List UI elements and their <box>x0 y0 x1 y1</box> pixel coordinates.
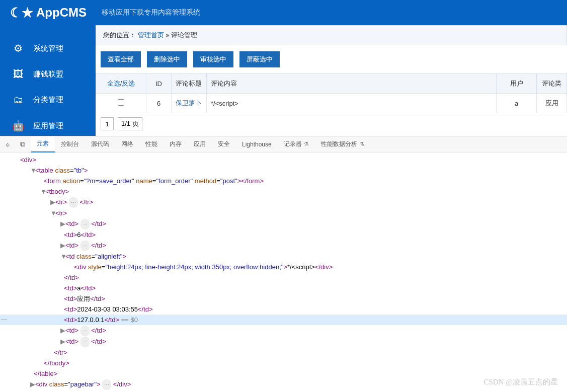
devtools-panel: ⟐ ⧉ 元素 控制台 源代码 网络 性能 内存 应用 安全 Lighthouse… <box>0 136 567 391</box>
select-all-link[interactable]: 全选 <box>107 80 120 87</box>
col-content: 评论内容 <box>207 74 497 94</box>
inspect-icon[interactable]: ⟐ <box>0 140 15 148</box>
breadcrumb-current: 评论管理 <box>171 31 197 39</box>
breadcrumb-sep: » <box>166 31 171 39</box>
table-row: 6 保卫萝卜 */<script> a 应用 <box>96 94 567 113</box>
cell-title-link[interactable]: 保卫萝卜 <box>176 99 202 107</box>
sidebar: ⚙ 系统管理 🖼 赚钱联盟 🗂 分类管理 🤖 应用管理 <box>0 25 96 136</box>
sidebar-item-alliance[interactable]: 🖼 赚钱联盟 <box>0 61 96 87</box>
dom-node[interactable]: <td>2024-03-03 03:03:55</td> <box>0 304 567 315</box>
dom-node[interactable]: ▼<tbody> <box>0 186 567 197</box>
sidebar-item-app[interactable]: 🤖 应用管理 <box>0 113 96 139</box>
tab-lighthouse[interactable]: Lighthouse <box>236 136 278 152</box>
dom-node[interactable]: ▶<td> ⋯ </td> <box>0 325 567 336</box>
tab-elements[interactable]: 元素 <box>31 136 55 152</box>
approve-selected-button[interactable]: 审核选中 <box>193 51 233 67</box>
main-content: 您的位置： 管理首页 » 评论管理 查看全部 删除选中 审核选中 屏蔽选中 全选… <box>96 25 567 136</box>
beta-icon: ⚗ <box>304 141 309 147</box>
image-icon: 🖼 <box>12 68 24 80</box>
pager-total: 1/1 页 <box>118 117 142 130</box>
android-icon: 🤖 <box>12 120 24 132</box>
cell-type: 应用 <box>537 94 567 113</box>
dom-node[interactable]: ▶<td> ⋯ </td> <box>0 240 567 251</box>
dom-node[interactable]: ▶<tr> ⋯ </tr> <box>0 197 567 208</box>
col-title: 评论标题 <box>172 74 207 94</box>
folder-icon: 🗂 <box>12 94 24 106</box>
select-invert-link[interactable]: 反选 <box>122 80 135 87</box>
logo-text: AppCMS <box>36 6 87 20</box>
dom-node[interactable]: <form action="?m=save_order" name="form_… <box>0 176 567 186</box>
dom-node[interactable]: <div style="height:24px; line-height:24p… <box>0 262 567 272</box>
device-icon[interactable]: ⧉ <box>15 140 30 148</box>
col-type: 评论类 <box>537 74 567 94</box>
breadcrumb: 您的位置： 管理首页 » 评论管理 <box>96 25 567 45</box>
watermark: CSDN @凌晨五点的星 <box>483 377 558 387</box>
dom-node[interactable]: ▶<div class="pagebar"> ⋯ </div> <box>0 379 567 390</box>
cell-user: a <box>497 94 537 113</box>
delete-selected-button[interactable]: 删除选中 <box>147 51 187 67</box>
sidebar-item-label: 系统管理 <box>33 44 63 53</box>
app-header: ☾★ AppCMS 移动应用下载专用内容管理系统 <box>0 0 567 25</box>
moon-icon: ☾★ <box>10 5 33 21</box>
dom-node-selected[interactable]: ⋯ <td>127.0.0.1</td> == $0 <box>0 315 567 325</box>
tab-performance[interactable]: 性能 <box>139 136 164 152</box>
dom-node[interactable]: </tbody> <box>0 358 567 368</box>
tab-memory[interactable]: 内存 <box>164 136 188 152</box>
cell-id: 6 <box>146 94 172 113</box>
pager: 1 1/1 页 <box>96 113 567 134</box>
tab-security[interactable]: 安全 <box>212 136 236 152</box>
dom-node[interactable]: </table> <box>0 368 567 379</box>
breadcrumb-prefix: 您的位置： <box>103 31 136 39</box>
app-subtitle: 移动应用下载专用内容管理系统 <box>102 8 200 17</box>
dom-node[interactable]: <td>应用</td> <box>0 293 567 304</box>
cell-content: */<script> <box>207 94 497 113</box>
sidebar-item-system[interactable]: ⚙ 系统管理 <box>0 35 96 61</box>
breadcrumb-home-link[interactable]: 管理首页 <box>138 31 164 39</box>
dom-node[interactable]: ▶<td> ⋯ </td> <box>0 336 567 347</box>
devtools-dom-tree[interactable]: <div> ▼<table class="tb"> <form action="… <box>0 152 567 391</box>
tab-application[interactable]: 应用 <box>188 136 212 152</box>
view-all-button[interactable]: 查看全部 <box>101 51 141 67</box>
row-checkbox[interactable] <box>118 99 124 106</box>
toolbar: 查看全部 删除选中 审核选中 屏蔽选中 <box>96 45 567 73</box>
tab-recorder[interactable]: 记录器 ⚗ <box>278 136 315 152</box>
dom-node[interactable]: <td>6</td> <box>0 229 567 240</box>
dom-node[interactable]: <div> <box>0 154 567 165</box>
tab-perf-insights[interactable]: 性能数据分析 ⚗ <box>315 136 370 152</box>
overflow-icon: ⋯ <box>1 315 7 325</box>
dom-node[interactable]: <td>a</td> <box>0 283 567 293</box>
devtools-tabs: ⟐ ⧉ 元素 控制台 源代码 网络 性能 内存 应用 安全 Lighthouse… <box>0 136 567 152</box>
dom-node[interactable]: ▶<td> ⋯ </td> <box>0 218 567 229</box>
col-user: 用户 <box>497 74 537 94</box>
sidebar-item-label: 分类管理 <box>33 95 63 105</box>
sidebar-item-label: 应用管理 <box>33 121 63 131</box>
dom-node[interactable]: ▼<table class="tb"> <box>0 165 567 176</box>
gear-icon: ⚙ <box>12 42 24 54</box>
dom-node[interactable]: </td> <box>0 272 567 283</box>
col-id: ID <box>146 74 172 94</box>
tab-console[interactable]: 控制台 <box>55 136 85 152</box>
dom-node[interactable]: ▼<td class="alignleft"> <box>0 251 567 262</box>
dom-node[interactable]: ▼<tr> <box>0 208 567 218</box>
sidebar-item-category[interactable]: 🗂 分类管理 <box>0 87 96 113</box>
dom-node[interactable]: </tr> <box>0 347 567 358</box>
block-selected-button[interactable]: 屏蔽选中 <box>239 51 280 67</box>
app-logo: ☾★ AppCMS <box>10 5 87 21</box>
beta-icon: ⚗ <box>359 141 364 147</box>
pager-current[interactable]: 1 <box>101 117 114 130</box>
sidebar-item-label: 赚钱联盟 <box>33 69 63 79</box>
comments-table: 全选/反选 ID 评论标题 评论内容 用户 评论类 6 保卫萝卜 */<scri… <box>96 73 567 113</box>
tab-network[interactable]: 网络 <box>115 136 139 152</box>
tab-sources[interactable]: 源代码 <box>85 136 115 152</box>
